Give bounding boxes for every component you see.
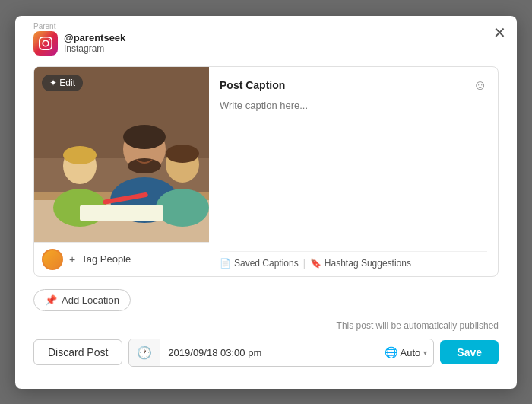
svg-point-6 (123, 125, 166, 149)
svg-point-11 (156, 189, 209, 227)
schedule-row: 🕐 2019/09/18 03:00 pm 🌐 Auto ▾ (128, 339, 434, 367)
svg-rect-14 (80, 205, 163, 221)
schedule-date[interactable]: 2019/09/18 03:00 pm (160, 341, 377, 364)
svg-point-13 (166, 145, 199, 163)
caption-title: Post Caption (220, 79, 285, 91)
auto-publish-note: This post will be automatically publishe… (33, 320, 499, 331)
save-button[interactable]: Save (440, 340, 499, 364)
tag-plus-icon: + (69, 253, 75, 266)
tag-people-label: Tag People (81, 253, 131, 265)
caption-header: Post Caption ☺ (220, 78, 487, 94)
content-area: ✦ Edit + Tag People Post Caption ☺ 📄 Sav… (33, 66, 499, 277)
hashtag-label: Hashtag Suggestions (325, 258, 411, 269)
left-panel: ✦ Edit + Tag People (34, 67, 209, 276)
right-panel: Post Caption ☺ 📄 Saved Captions | 🔖 Hash… (209, 67, 498, 276)
instagram-logo-icon (39, 37, 52, 50)
saved-captions-icon: 📄 (220, 258, 231, 269)
emoji-button[interactable]: ☺ (473, 78, 487, 94)
instagram-icon (33, 31, 58, 56)
footer: Discard Post 🕐 2019/09/18 03:00 pm 🌐 Aut… (33, 339, 499, 367)
account-row: @parentseek Instagram (33, 31, 499, 56)
discard-post-button[interactable]: Discard Post (33, 339, 122, 365)
auto-label: Auto (401, 347, 421, 358)
modal-container: Parent ✕ @parentseek Instagram (15, 16, 517, 389)
hashtag-suggestions-link[interactable]: 🔖 Hashtag Suggestions (310, 258, 411, 269)
saved-captions-link[interactable]: 📄 Saved Captions (220, 258, 299, 269)
svg-point-10 (63, 146, 97, 164)
tag-row[interactable]: + Tag People (34, 242, 209, 276)
account-info: @parentseek Instagram (64, 32, 125, 54)
photo-scene (34, 67, 209, 242)
edit-button[interactable]: ✦ Edit (42, 75, 83, 91)
link-separator: | (303, 258, 306, 269)
image-container: ✦ Edit (34, 67, 209, 242)
location-pin-icon: 📌 (45, 294, 57, 306)
avatar-circle (42, 249, 63, 270)
caption-input[interactable] (220, 100, 487, 248)
add-location-button[interactable]: 📌 Add Location (33, 289, 131, 311)
globe-icon: 🌐 (385, 346, 397, 358)
add-location-label: Add Location (62, 294, 119, 306)
saved-captions-label: Saved Captions (234, 258, 299, 269)
svg-point-7 (128, 158, 161, 173)
close-button[interactable]: ✕ (493, 25, 506, 40)
caption-links-row: 📄 Saved Captions | 🔖 Hashtag Suggestions (220, 251, 487, 269)
clock-icon-wrap: 🕐 (129, 339, 160, 366)
auto-select-dropdown[interactable]: 🌐 Auto ▾ (378, 346, 434, 358)
breadcrumb: Parent (33, 22, 55, 30)
hashtag-icon: 🔖 (310, 258, 321, 269)
photo-svg (34, 67, 209, 242)
account-platform: Instagram (64, 43, 125, 54)
clock-icon: 🕐 (137, 345, 152, 360)
chevron-down-icon: ▾ (423, 348, 427, 357)
account-handle: @parentseek (64, 32, 125, 43)
